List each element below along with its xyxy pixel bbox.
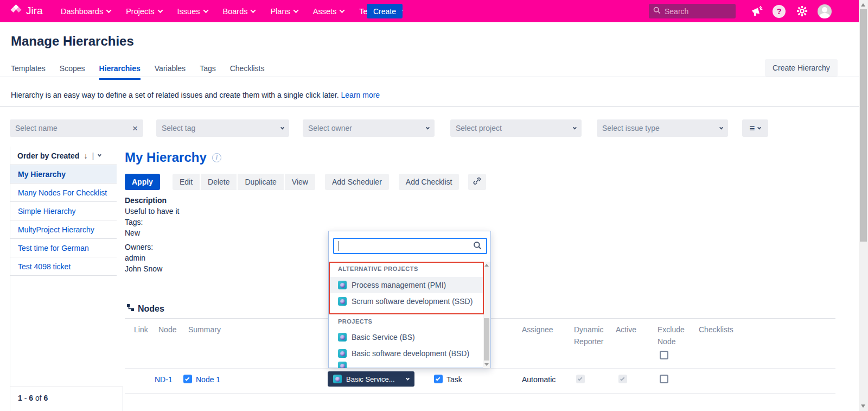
search-input[interactable] bbox=[665, 7, 724, 16]
dropdown-option-bsd[interactable]: Basic software development (BSD) bbox=[329, 345, 483, 362]
tab-variables[interactable]: Variables bbox=[155, 64, 186, 80]
tab-hierarchies[interactable]: Hierarchies bbox=[99, 64, 141, 80]
dropdown-search-input[interactable] bbox=[339, 242, 473, 250]
page-scrollbar[interactable] bbox=[859, 0, 868, 411]
dropdown-option-ssd[interactable]: Scrum software development (SSD) bbox=[329, 293, 483, 309]
add-scheduler-button[interactable]: Add Scheduler bbox=[325, 174, 389, 190]
node-name-link[interactable]: Node 1 bbox=[196, 375, 220, 384]
scroll-up-icon[interactable] bbox=[861, 3, 865, 7]
name-filter[interactable]: × bbox=[10, 119, 143, 137]
tags-label: Tags: bbox=[125, 217, 179, 227]
col-dynamic-reporter: Dynamic bbox=[574, 325, 603, 334]
tab-checklists[interactable]: Checklists bbox=[230, 64, 265, 80]
dropdown-option-partial[interactable] bbox=[329, 362, 483, 368]
intro-text: Hierarchy is an easy way to define a set… bbox=[11, 91, 380, 99]
dropdown-search[interactable] bbox=[333, 238, 487, 254]
create-button[interactable]: Create bbox=[367, 4, 403, 18]
clear-icon[interactable]: × bbox=[132, 124, 138, 133]
sort-desc-icon[interactable]: ↓ bbox=[84, 151, 87, 160]
project-filter-select[interactable]: Select project bbox=[450, 119, 582, 137]
nav-dashboards[interactable]: Dashboards bbox=[61, 7, 111, 16]
exclude-node-checkbox[interactable] bbox=[660, 375, 668, 383]
project-select-button[interactable]: Basic Service... bbox=[328, 371, 414, 387]
exclude-all-checkbox[interactable] bbox=[660, 351, 668, 359]
gear-icon[interactable] bbox=[795, 0, 808, 22]
scroll-down-icon[interactable] bbox=[484, 363, 489, 366]
top-navigation-bar: Jira Dashboards Projects Issues Boards P… bbox=[0, 0, 868, 22]
divider bbox=[125, 393, 835, 394]
search-icon bbox=[653, 7, 661, 16]
issue-type-filter-select[interactable]: Select issue type bbox=[597, 119, 728, 137]
create-hierarchy-button[interactable]: Create Hierarchy bbox=[765, 59, 838, 77]
col-exclude-node: Node bbox=[658, 337, 675, 346]
col-exclude-node: Exclude bbox=[658, 325, 685, 334]
delete-button[interactable]: Delete bbox=[201, 174, 237, 190]
view-button[interactable]: View bbox=[285, 174, 315, 190]
sidebar-item[interactable]: Simple Hierarchy bbox=[10, 202, 117, 220]
link-icon bbox=[473, 176, 482, 187]
nav-issues[interactable]: Issues bbox=[177, 7, 208, 16]
nav-projects[interactable]: Projects bbox=[126, 7, 162, 16]
duplicate-button[interactable]: Duplicate bbox=[238, 174, 283, 190]
help-icon[interactable]: ? bbox=[773, 0, 786, 22]
chevron-down-icon bbox=[251, 8, 256, 13]
tab-scopes[interactable]: Scopes bbox=[60, 64, 85, 80]
order-by-control[interactable]: Order by Created ↓ | bbox=[10, 147, 117, 165]
sidebar-item[interactable]: Test 4098 ticket bbox=[10, 257, 117, 276]
megaphone-icon[interactable] bbox=[750, 0, 764, 22]
jira-app: Jira Dashboards Projects Issues Boards P… bbox=[0, 0, 868, 411]
add-checklist-button[interactable]: Add Checklist bbox=[399, 174, 459, 190]
scrollbar-thumb[interactable] bbox=[860, 9, 867, 242]
nav-plans[interactable]: Plans bbox=[270, 7, 297, 16]
description-label: Description bbox=[125, 195, 179, 206]
sidebar-item[interactable]: Many Nodes For Checklist bbox=[10, 184, 117, 202]
learn-more-link[interactable]: Learn more bbox=[341, 91, 380, 99]
scroll-up-icon[interactable] bbox=[484, 264, 489, 267]
menu-icon: ≡ bbox=[750, 124, 755, 133]
chevron-down-icon[interactable] bbox=[98, 153, 101, 157]
owner-value: John Snow bbox=[125, 263, 179, 274]
sidebar-item[interactable]: MultyProject Hierarchy bbox=[10, 220, 117, 239]
apply-button[interactable]: Apply bbox=[125, 174, 160, 190]
project-avatar-icon bbox=[338, 362, 347, 368]
nav-boards[interactable]: Boards bbox=[223, 7, 256, 16]
action-button-group: Edit Delete Duplicate View bbox=[173, 174, 315, 190]
tab-templates[interactable]: Templates bbox=[11, 64, 46, 80]
hierarchy-icon bbox=[126, 303, 135, 314]
dynamic-reporter-checkbox bbox=[576, 375, 585, 383]
hierarchy-title: My Hierarchy i bbox=[125, 150, 221, 165]
edit-button[interactable]: Edit bbox=[173, 174, 200, 190]
sidebar-item-my-hierarchy[interactable]: My Hierarchy bbox=[10, 165, 117, 184]
col-active: Active bbox=[616, 325, 636, 334]
project-avatar-icon bbox=[338, 333, 347, 342]
nav-assets[interactable]: Assets bbox=[313, 7, 344, 16]
chevron-down-icon bbox=[757, 125, 761, 129]
scrollbar-thumb[interactable] bbox=[484, 318, 489, 361]
tag-filter-select[interactable]: Select tag bbox=[156, 119, 289, 137]
divider bbox=[0, 77, 859, 77]
global-search[interactable] bbox=[649, 4, 736, 18]
jira-logo[interactable]: Jira bbox=[10, 3, 43, 18]
sidebar-border bbox=[10, 276, 10, 387]
sidebar-item[interactable]: Test time for German bbox=[10, 239, 117, 257]
project-avatar-icon bbox=[338, 281, 347, 289]
project-dropdown: ALTERNATIVE PROJECTS Process management … bbox=[328, 231, 491, 368]
scroll-down-icon[interactable] bbox=[861, 404, 865, 408]
dropdown-option-bs[interactable]: Basic Service (BS) bbox=[329, 329, 483, 345]
assignee-value: Automatic bbox=[522, 375, 556, 384]
info-icon[interactable]: i bbox=[212, 153, 221, 162]
owner-filter-select[interactable]: Select owner bbox=[303, 119, 435, 137]
jira-logo-icon bbox=[10, 3, 23, 18]
copy-link-button[interactable] bbox=[468, 174, 486, 190]
dropdown-option-pmi[interactable]: Process management (PMI) bbox=[329, 277, 483, 293]
list-options-button[interactable]: ≡ bbox=[742, 119, 768, 137]
issue-type-checkbox[interactable] bbox=[434, 375, 443, 383]
node-checkbox[interactable] bbox=[183, 375, 192, 383]
node-link[interactable]: ND-1 bbox=[155, 375, 173, 384]
tab-tags[interactable]: Tags bbox=[200, 64, 216, 80]
divider bbox=[125, 368, 835, 369]
dropdown-scrollbar[interactable] bbox=[483, 262, 490, 368]
name-filter-input[interactable] bbox=[15, 124, 132, 132]
avatar[interactable] bbox=[817, 0, 832, 22]
description-value: Useful to have it bbox=[125, 206, 179, 217]
